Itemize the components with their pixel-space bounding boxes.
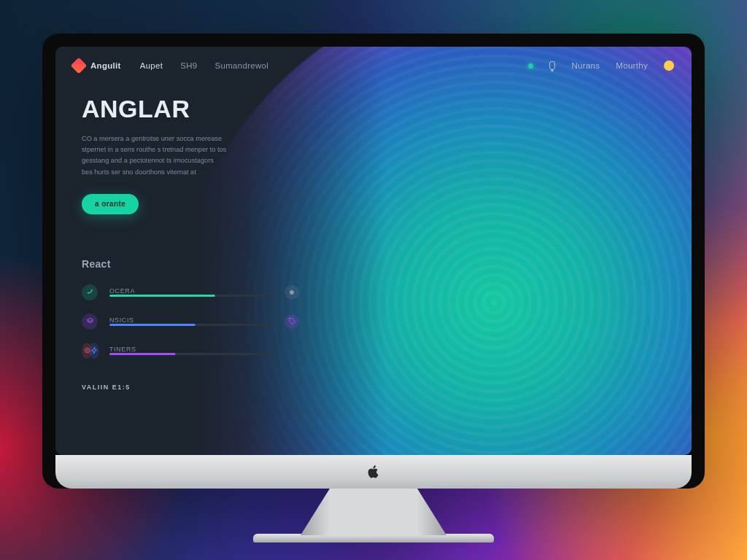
top-link[interactable]: Mourthy [616, 61, 648, 70]
primary-nav: Aupet SH9 Sumandrewol [140, 61, 268, 70]
feature-label: OCERA [109, 287, 274, 295]
hero-copy-line-4: bes hurts ser sno doorthons viternat at [82, 167, 301, 178]
monitor-bezel: Angulit Aupet SH9 Sumandrewol Nurans Mou… [42, 34, 705, 489]
feature-label: TINERS [109, 346, 274, 353]
hero-copy-line-2: stpernet in a sens routhe s tretnad menp… [82, 144, 301, 155]
side-panel: React OCERA [82, 258, 301, 391]
feature-label: NSICIS [109, 316, 274, 324]
brand-name: Angulit [90, 61, 121, 70]
nav-item-3[interactable]: Sumandrewol [215, 61, 269, 70]
notifications-icon[interactable] [549, 61, 555, 70]
screen: Angulit Aupet SH9 Sumandrewol Nurans Mou… [55, 47, 692, 455]
tag-icon[interactable] [285, 314, 299, 329]
status-indicator-icon [528, 63, 533, 69]
feature-list: OCERA NSICIS [82, 284, 301, 359]
status-label[interactable]: Nurans [571, 61, 600, 70]
bolt-icon [89, 343, 99, 359]
imac-mockup: Angulit Aupet SH9 Sumandrewol Nurans Mou… [42, 34, 705, 542]
progress-bar [109, 353, 274, 355]
brand-logo-icon [71, 58, 88, 74]
nav-item-1[interactable]: Aupet [140, 61, 163, 70]
nav-item-2[interactable]: SH9 [180, 61, 197, 70]
top-nav: Angulit Aupet SH9 Sumandrewol Nurans Mou… [55, 47, 692, 85]
leaf-icon [82, 284, 98, 300]
row-action-icon[interactable] [285, 285, 299, 300]
app-window: Angulit Aupet SH9 Sumandrewol Nurans Mou… [55, 47, 692, 455]
hero-copy-line-1: CO a mersera a gentrotse uner socca mere… [82, 133, 301, 144]
hero-copy-line-3: gesstang and a pectotennot ts irnocustag… [82, 155, 301, 166]
imac-chin [55, 455, 692, 489]
avatar-badge-icon[interactable] [664, 61, 674, 71]
progress-bar [109, 324, 274, 326]
svg-point-1 [86, 350, 88, 351]
feature-row-1[interactable]: OCERA [82, 284, 301, 300]
layers-icon [82, 314, 98, 330]
panel-footer-label: VALIIN E1:5 [82, 384, 301, 391]
top-right-cluster: Nurans Mourthy [528, 61, 674, 71]
primary-cta-button[interactable]: a orante [82, 194, 139, 214]
hero-section: ANGLAR CO a mersera a gentrotse uner soc… [55, 85, 303, 214]
icon-pair [82, 343, 99, 359]
imac-stand [301, 489, 446, 535]
panel-title: React [82, 258, 301, 270]
feature-row-3[interactable]: TINERS [82, 343, 301, 359]
page-title: ANGLAR [82, 95, 303, 123]
apple-logo-icon [365, 464, 382, 480]
brand[interactable]: Angulit [73, 60, 121, 71]
progress-bar [109, 295, 274, 297]
feature-row-2[interactable]: NSICIS [82, 314, 301, 330]
